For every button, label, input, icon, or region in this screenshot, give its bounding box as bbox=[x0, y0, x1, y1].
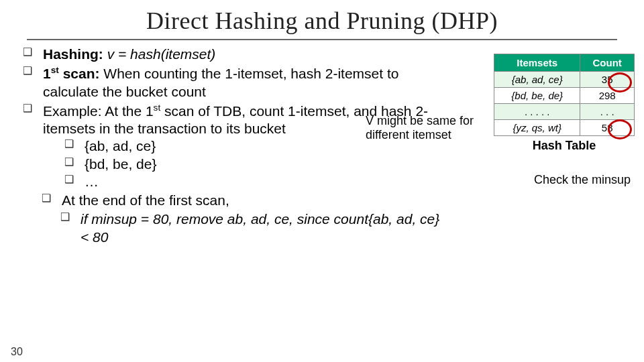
sub-2: {bd, be, de} bbox=[62, 156, 449, 173]
annotation-v-same: V might be same for different itemset bbox=[366, 114, 493, 141]
page-title: Direct Hashing and Pruning (DHP) bbox=[0, 0, 644, 35]
hash-caption: Hash Table bbox=[494, 139, 635, 153]
hash-table: Itemsets Count {ab, ad, ce} 35 {bd, be, … bbox=[494, 54, 635, 136]
page-number: 30 bbox=[11, 346, 23, 358]
cell-itemset: {yz, qs, wt} bbox=[494, 120, 580, 136]
cell-itemset: {ab, ad, ce} bbox=[494, 72, 580, 88]
table-row: {bd, be, de} 298 bbox=[494, 88, 635, 104]
slide: Direct Hashing and Pruning (DHP) Hashing… bbox=[0, 0, 644, 362]
example-a: Example: At the 1 bbox=[43, 103, 154, 119]
right-panel: Itemsets Count {ab, ad, ce} 35 {bd, be, … bbox=[494, 54, 635, 187]
th-count: Count bbox=[580, 54, 635, 72]
sub-3: … bbox=[62, 173, 449, 190]
table-row: {yz, qs, wt} 58 bbox=[494, 120, 635, 136]
cell-count: 35 bbox=[580, 72, 635, 88]
cell-count: 58 bbox=[580, 120, 635, 136]
bullet-hashing: Hashing: v = hash(itemset) bbox=[20, 46, 449, 63]
minsup-text: if minsup = 80, remove ab, ad, ce, since… bbox=[80, 211, 439, 244]
bullet-area: Hashing: v = hash(itemset) 1st scan: Whe… bbox=[20, 46, 449, 246]
bullet-end-of-scan: At the end of the first scan, bbox=[39, 192, 449, 209]
first-scan-sup: st bbox=[51, 65, 59, 75]
cell-itemset: . . . . . bbox=[494, 104, 580, 120]
cell-count: . . . bbox=[580, 104, 635, 120]
hashing-expr: v = hash(itemset) bbox=[103, 46, 215, 62]
table-row: . . . . . . . . bbox=[494, 104, 635, 120]
first-scan-2: scan: bbox=[59, 66, 100, 81]
cell-count: 298 bbox=[580, 88, 635, 104]
check-minsup: Check the minsup bbox=[494, 173, 635, 187]
table-row: {ab, ad, ce} 35 bbox=[494, 72, 635, 88]
th-itemsets: Itemsets bbox=[494, 54, 580, 72]
bullet-first-scan: 1st scan: When counting the 1-itemset, h… bbox=[20, 64, 449, 101]
first-scan-1: 1 bbox=[43, 66, 51, 81]
cell-itemset: {bd, be, de} bbox=[494, 88, 580, 104]
sub-minsup: if minsup = 80, remove ab, ad, ce, since… bbox=[58, 210, 449, 246]
hashing-label: Hashing: bbox=[43, 46, 103, 62]
example-sup: st bbox=[154, 103, 161, 113]
